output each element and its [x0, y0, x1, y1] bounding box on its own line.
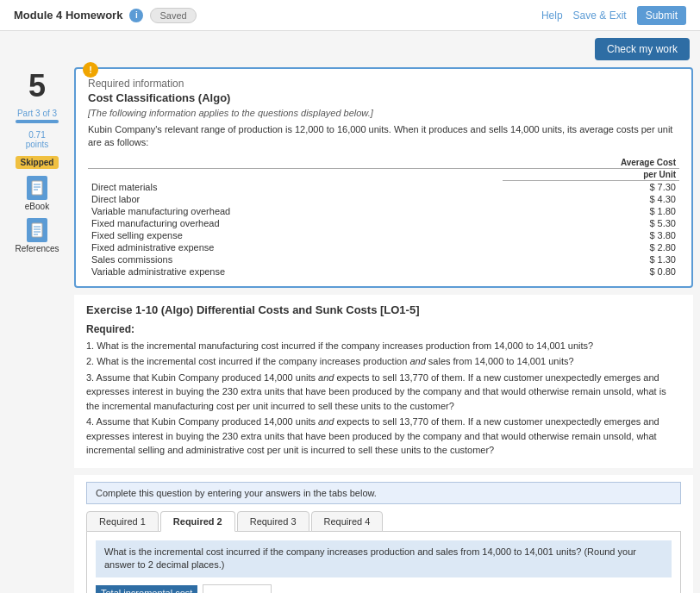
- header-right: Help Save & Exit Submit: [541, 6, 686, 25]
- save-exit-link[interactable]: Save & Exit: [573, 9, 627, 22]
- tab-content: What is the incremental cost incurred if…: [86, 531, 681, 593]
- cost-label: Variable administrative expense: [88, 265, 503, 278]
- references-label: References: [15, 244, 59, 253]
- warning-icon: !: [83, 62, 98, 78]
- ebook-label: eBook: [25, 202, 49, 211]
- table-row: Variable administrative expense$ 0.80: [88, 265, 679, 278]
- input-row: Total incremental cost: [96, 584, 672, 593]
- table-row: Fixed selling expense$ 3.80: [88, 229, 679, 241]
- cost-label: Fixed manufacturing overhead: [88, 217, 503, 229]
- skipped-badge: Skipped: [16, 156, 59, 169]
- table-row: Variable manufacturing overhead$ 1.80: [88, 205, 679, 217]
- table-row: Direct labor$ 4.30: [88, 193, 679, 205]
- tab-required-1[interactable]: Required 1: [86, 511, 159, 532]
- req-info-body: Kubin Company's relevant range of produc…: [88, 123, 679, 150]
- references-button[interactable]: References: [15, 218, 59, 253]
- table-header2: per Unit: [503, 168, 679, 180]
- exercise-question-1: 1. What is the incremental manufacturing…: [86, 339, 681, 353]
- req-info-subtitle: Cost Classifications (Algo): [88, 91, 679, 104]
- cost-value: $ 7.30: [503, 180, 679, 193]
- answer-section: Complete this question by entering your …: [74, 475, 693, 593]
- content-area: ! Required information Cost Classificati…: [74, 64, 693, 593]
- part-label: Part 3 of 3: [16, 109, 59, 118]
- part-progress: [16, 120, 59, 123]
- cost-value: $ 1.80: [503, 205, 679, 217]
- cost-label: Fixed administrative expense: [88, 241, 503, 253]
- input-label: Total incremental cost: [96, 585, 197, 593]
- req-info-title: Required information: [88, 78, 679, 90]
- total-incremental-cost-input[interactable]: [203, 584, 272, 593]
- tab-required-4[interactable]: Required 4: [311, 511, 384, 532]
- ebook-icon: [27, 176, 47, 200]
- svg-rect-0: [32, 181, 42, 195]
- table-row: Sales commissions$ 1.30: [88, 253, 679, 265]
- answer-instruction: Complete this question by entering your …: [86, 482, 681, 504]
- tab-required-3[interactable]: Required 3: [237, 511, 309, 532]
- points-suffix: points: [26, 140, 49, 149]
- check-my-work-button[interactable]: Check my work: [595, 38, 690, 60]
- exercise-title: Exercise 1-10 (Algo) Differential Costs …: [86, 303, 681, 316]
- table-row: Direct materials$ 7.30: [88, 180, 679, 193]
- tabs-row: Required 1Required 2Required 3Required 4: [86, 511, 681, 532]
- exercise-required-label: Required:: [86, 323, 681, 335]
- cost-value: $ 3.80: [503, 229, 679, 241]
- table-row: Fixed administrative expense$ 2.80: [88, 241, 679, 253]
- exercise-question-2: 2. What is the incremental cost incurred…: [86, 354, 681, 369]
- help-link[interactable]: Help: [541, 9, 563, 22]
- app-title: Module 4 Homework: [14, 9, 122, 22]
- cost-label: Variable manufacturing overhead: [88, 205, 503, 217]
- exercise-question-3: 3. Assume that Kubin Company produced 14…: [86, 371, 681, 414]
- table-row: Fixed manufacturing overhead$ 5.30: [88, 217, 679, 229]
- part-progress-fill: [16, 120, 59, 123]
- cost-value: $ 4.30: [503, 193, 679, 205]
- exercise-question-4: 4. Assume that Kubin Company produced 14…: [86, 415, 681, 458]
- sidebar: 5 Part 3 of 3 0.71 points Skipped eBook …: [7, 64, 67, 593]
- tab-question: What is the incremental cost incurred if…: [96, 540, 672, 577]
- exercise-section: Exercise 1-10 (Algo) Differential Costs …: [74, 295, 693, 468]
- references-icon: [27, 218, 47, 242]
- cost-label: Direct materials: [88, 180, 503, 193]
- tab-required-2[interactable]: Required 2: [160, 511, 235, 532]
- ebook-button[interactable]: eBook: [25, 176, 49, 211]
- points-value: 0.71: [26, 130, 49, 140]
- main-layout: 5 Part 3 of 3 0.71 points Skipped eBook …: [0, 64, 700, 593]
- check-btn-row: Check my work: [0, 31, 700, 64]
- cost-value: $ 2.80: [503, 241, 679, 253]
- svg-rect-4: [32, 223, 42, 237]
- header-left: Module 4 Homework i Saved: [14, 8, 197, 23]
- table-header1: Average Cost: [503, 157, 679, 169]
- cost-label: Direct labor: [88, 193, 503, 205]
- info-icon[interactable]: i: [129, 9, 143, 22]
- exercise-questions: 1. What is the incremental manufacturing…: [86, 339, 681, 458]
- required-info-box: ! Required information Cost Classificati…: [74, 67, 693, 288]
- cost-table: Average Cost per Unit Direct materials$ …: [88, 157, 679, 278]
- cost-label: Fixed selling expense: [88, 229, 503, 241]
- cost-value: $ 0.80: [503, 265, 679, 278]
- saved-badge: Saved: [150, 8, 196, 23]
- header: Module 4 Homework i Saved Help Save & Ex…: [0, 0, 700, 31]
- submit-button[interactable]: Submit: [637, 6, 686, 25]
- cost-value: $ 5.30: [503, 217, 679, 229]
- cost-label: Sales commissions: [88, 253, 503, 265]
- cost-value: $ 1.30: [503, 253, 679, 265]
- req-info-italic: [The following information applies to th…: [88, 108, 679, 118]
- question-number: 5: [28, 71, 46, 102]
